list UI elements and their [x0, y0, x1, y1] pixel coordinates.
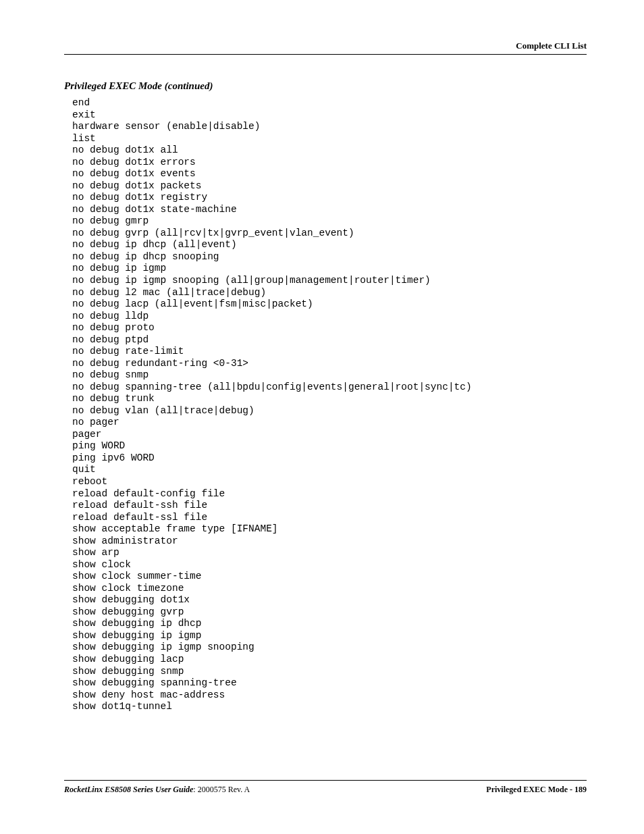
footer-doc-title: RocketLinx ES8508 Series User Guide [64, 785, 193, 794]
footer-row: RocketLinx ES8508 Series User Guide: 200… [64, 785, 587, 795]
footer-rule [64, 780, 587, 781]
footer-right: Privileged EXEC Mode - 189 [486, 785, 587, 795]
section-title: Privileged EXEC Mode (continued) [64, 80, 587, 92]
footer: RocketLinx ES8508 Series User Guide: 200… [64, 780, 587, 795]
page: Complete CLI List Privileged EXEC Mode (… [0, 0, 644, 834]
footer-doc-rev: : 2000575 Rev. A [193, 785, 250, 794]
cli-code-block: end exit hardware sensor (enable|disable… [72, 97, 587, 713]
header-rule [64, 54, 587, 55]
header-right: Complete CLI List [64, 41, 587, 51]
footer-left: RocketLinx ES8508 Series User Guide: 200… [64, 785, 250, 795]
